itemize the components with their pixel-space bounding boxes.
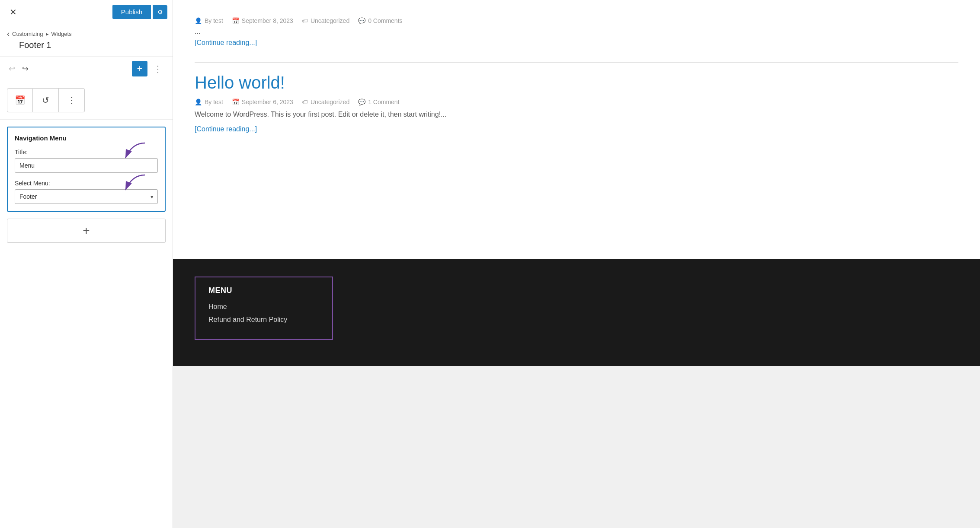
widget-header: Navigation Menu — [15, 134, 158, 142]
back-arrow-icon: ‹ — [7, 29, 10, 38]
publish-button[interactable]: Publish — [112, 5, 151, 19]
separator — [195, 62, 958, 63]
toolbar-row: ↩ ↪ + ⋮ — [0, 57, 173, 81]
select-menu-dropdown[interactable]: Footer Header Main Menu — [15, 189, 158, 204]
post2-meta: 👤 By test 📅 September 6, 2023 🏷 Uncatego… — [195, 99, 958, 105]
dots-icon: ⋮ — [67, 95, 76, 105]
author-icon-2: 👤 — [195, 99, 202, 105]
dots-widget-button[interactable]: ⋮ — [59, 88, 85, 112]
post1-date-text: September 8, 2023 — [242, 17, 293, 24]
footer-menu-title: MENU — [208, 286, 319, 295]
sidebar: ✕ Publish ⚙ ‹ Customizing ▸ Widgets Foot… — [0, 0, 173, 528]
plus-icon: + — [137, 63, 143, 74]
nav-menu-widget: Navigation Menu Title: Select Menu: — [7, 127, 166, 212]
post1-date: 📅 September 8, 2023 — [232, 17, 293, 24]
post1-ellipsis: ... — [195, 28, 958, 35]
post1-category: 🏷 Uncategorized — [302, 17, 349, 24]
breadcrumb-section: Widgets — [51, 31, 72, 37]
tag-icon-2: 🏷 — [302, 99, 308, 105]
comment-icon: 💬 — [358, 17, 365, 24]
post1-continue-link[interactable]: [Continue reading...] — [195, 39, 958, 47]
calendar-icon: 📅 — [15, 95, 26, 105]
post2-category: 🏷 Uncategorized — [302, 99, 349, 105]
breadcrumb-arrow: ▸ — [46, 31, 49, 37]
top-bar: ✕ Publish ⚙ — [0, 0, 173, 24]
comment-icon-2: 💬 — [358, 99, 365, 105]
post2-comments-text: 1 Comment — [368, 99, 399, 105]
back-button[interactable]: ‹ — [7, 29, 10, 38]
redo-icon: ↪ — [22, 64, 29, 73]
plus-icon-add-widget: + — [83, 224, 90, 237]
post2-category-text: Uncategorized — [311, 99, 349, 105]
post2-date-text: September 6, 2023 — [242, 99, 293, 105]
calendar-widget-button[interactable]: 📅 — [7, 88, 33, 112]
title-input[interactable] — [15, 158, 158, 173]
more-dots-icon: ⋮ — [154, 64, 162, 73]
add-block-button[interactable]: + — [132, 61, 147, 76]
publish-area: Publish ⚙ — [112, 5, 167, 19]
undo-button[interactable]: ↩ — [7, 62, 17, 75]
post1-category-text: Uncategorized — [311, 17, 349, 24]
post2-comments: 💬 1 Comment — [358, 99, 399, 105]
undo-icon: ↩ — [9, 64, 15, 73]
more-options-button[interactable]: ⋮ — [150, 61, 166, 76]
title-field-label: Title: — [15, 149, 158, 156]
widget-icon-row: 📅 ↺ ⋮ — [0, 81, 173, 120]
loop-widget-button[interactable]: ↺ — [33, 88, 59, 112]
gear-icon: ⚙ — [157, 9, 163, 16]
post2-title: Hello world! — [195, 73, 958, 92]
blog-area: 👤 By test 📅 September 8, 2023 🏷 Uncatego… — [173, 0, 980, 259]
main-content: 👤 By test 📅 September 8, 2023 🏷 Uncatego… — [173, 0, 980, 528]
calendar-icon-2: 📅 — [232, 99, 239, 105]
select-menu-wrap: Footer Header Main Menu ▾ — [15, 189, 158, 204]
author-icon: 👤 — [195, 17, 202, 24]
post2-date: 📅 September 6, 2023 — [232, 99, 293, 105]
post2-body: Welcome to WordPress. This is your first… — [195, 109, 958, 120]
select-menu-field-label: Select Menu: — [15, 180, 158, 187]
post1-comments-text: 0 Comments — [368, 17, 402, 24]
footer-menu-item-home[interactable]: Home — [208, 303, 319, 311]
post2-author-text: By test — [205, 99, 223, 105]
footer-menu-box: MENU Home Refund and Return Policy — [195, 277, 333, 340]
post1-meta: 👤 By test 📅 September 8, 2023 🏷 Uncatego… — [195, 17, 958, 24]
footer-menu-item-refund[interactable]: Refund and Return Policy — [208, 316, 319, 324]
post1-comments: 💬 0 Comments — [358, 17, 402, 24]
breadcrumb-nav: ‹ Customizing ▸ Widgets — [7, 29, 166, 38]
breadcrumb-prefix: Customizing — [12, 31, 43, 37]
calendar-icon: 📅 — [232, 17, 239, 24]
post1-author-text: By test — [205, 17, 223, 24]
post2-author: 👤 By test — [195, 99, 223, 105]
title-annotation — [15, 158, 158, 180]
section-title: Footer 1 — [7, 40, 166, 50]
loop-icon: ↺ — [42, 95, 49, 105]
tag-icon: 🏷 — [302, 17, 308, 24]
close-button[interactable]: ✕ — [5, 4, 21, 20]
post2-continue-link[interactable]: [Continue reading...] — [195, 125, 958, 133]
breadcrumb-area: ‹ Customizing ▸ Widgets Footer 1 — [0, 24, 173, 57]
footer-section: MENU Home Refund and Return Policy — [173, 259, 980, 366]
publish-gear-button[interactable]: ⚙ — [153, 5, 167, 19]
toolbar-left: ↩ ↪ — [7, 62, 30, 75]
post1-author: 👤 By test — [195, 17, 223, 24]
redo-button[interactable]: ↪ — [20, 62, 30, 75]
add-widget-button[interactable]: + — [7, 219, 166, 243]
toolbar-right: + ⋮ — [132, 61, 166, 76]
